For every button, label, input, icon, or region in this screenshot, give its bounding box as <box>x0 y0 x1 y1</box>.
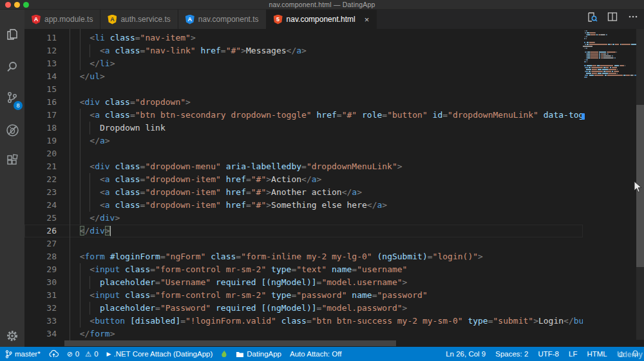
code-line-14[interactable]: 14 </ul> <box>24 70 583 83</box>
editor-pane[interactable]: 10 </li>11 <li class="nav-item">12 <a cl… <box>24 29 644 347</box>
sidebar-item-explorer[interactable] <box>0 24 24 46</box>
line-number: 16 <box>24 96 57 109</box>
line-content: <form #loginForm="ngForm" class="form-in… <box>70 250 583 263</box>
code-line-33[interactable]: 33 <button [disabled]="!loginForm.valid"… <box>24 315 583 328</box>
close-tab-button[interactable]: × <box>365 15 370 24</box>
feedback-button[interactable]: ☺ <box>617 350 625 358</box>
line-content: <input class="form-control mr-sm-2" type… <box>70 263 583 276</box>
line-content: <button [disabled]="!loginForm.valid" cl… <box>70 315 583 328</box>
sidebar-item-extensions[interactable] <box>0 150 24 172</box>
text-cursor <box>110 226 111 236</box>
problems-status[interactable]: ⊘ 0 ⚠ 0 <box>67 350 99 358</box>
debug-icon <box>5 123 20 138</box>
auto-attach-label: Auto Attach: Off <box>290 350 341 358</box>
warning-icon: ⚠ <box>85 351 91 358</box>
split-editor-button[interactable] <box>607 11 618 23</box>
indent-guide <box>70 315 70 328</box>
line-content: </li> <box>70 57 583 70</box>
git-branch-status[interactable]: master* <box>5 350 41 358</box>
line-content: <a class="btn btn-secondary dropdown-tog… <box>70 109 583 122</box>
line-number: 15 <box>24 83 57 96</box>
publish-changes-button[interactable] <box>49 350 59 358</box>
indent-guide <box>80 276 80 289</box>
code-line-29[interactable]: 29 <input class="form-control mr-sm-2" t… <box>24 263 583 276</box>
more-actions-button[interactable] <box>627 11 639 23</box>
vertical-scrollbar-track[interactable] <box>636 29 644 340</box>
indent-guide <box>70 302 70 315</box>
indent-guide <box>70 57 70 70</box>
eol-status[interactable]: LF <box>569 350 577 358</box>
line-number: 23 <box>24 186 57 199</box>
sidebar-item-source-control[interactable]: 8 <box>0 87 24 109</box>
code-line-20[interactable]: 20 <box>24 147 583 160</box>
tab-bar: A app.module.ts A auth.service.ts A nav.… <box>24 10 644 29</box>
code-line-13[interactable]: 13 </li> <box>24 57 583 70</box>
flame-status[interactable] <box>221 350 227 358</box>
line-content: <a class="dropdown-item" href="#">Someth… <box>70 199 583 212</box>
status-bar: master* ⊘ 0 ⚠ 0 ▶ .NET Core Attach (Dati… <box>0 347 644 361</box>
line-content: <div class="dropdown-menu" aria-labelled… <box>70 160 583 173</box>
code-line-28[interactable]: 28 <form #loginForm="ngForm" class="form… <box>24 250 583 263</box>
line-content: </ul> <box>70 70 583 83</box>
code-line-21[interactable]: 21 <div class="dropdown-menu" aria-label… <box>24 160 583 173</box>
tab-nav-component-html[interactable]: 5 nav.component.html × <box>267 10 377 29</box>
html5-icon: 5 <box>274 15 283 24</box>
indent-guide <box>80 109 80 122</box>
line-number: 25 <box>24 212 57 225</box>
debug-launch-status[interactable]: ▶ .NET Core Attach (DatingApp) <box>107 350 213 358</box>
code-line-34[interactable]: 34 </form> <box>24 328 583 340</box>
code-line-18[interactable]: 18 Dropdown link <box>24 122 583 134</box>
sidebar-item-search[interactable] <box>0 56 24 78</box>
open-preview-button[interactable] <box>586 11 598 23</box>
overview-ruler-decoration <box>582 113 585 120</box>
indent-guide <box>70 263 70 276</box>
indentation-status[interactable]: Spaces: 2 <box>495 350 528 358</box>
vertical-scrollbar-thumb[interactable] <box>636 105 644 267</box>
indent-guide <box>80 315 80 328</box>
notifications-button[interactable] <box>632 350 639 358</box>
language-mode-status[interactable]: HTML <box>587 350 607 358</box>
code-line-11[interactable]: 11 <li class="nav-item"> <box>24 32 583 44</box>
project-status[interactable]: DatingApp <box>236 350 281 358</box>
warning-count: 0 <box>94 350 98 358</box>
code-line-17[interactable]: 17 <a class="btn btn-secondary dropdown-… <box>24 109 583 122</box>
indent-guide <box>90 276 90 289</box>
indent-guide <box>70 32 70 44</box>
code-line-15[interactable]: 15 <box>24 83 583 96</box>
auto-attach-status[interactable]: Auto Attach: Off <box>290 350 341 358</box>
encoding-status[interactable]: UTF-8 <box>538 350 559 358</box>
language-label: HTML <box>587 350 607 358</box>
code-line-30[interactable]: 30 placeholder="Username" required [(ngM… <box>24 276 583 289</box>
code-line-32[interactable]: 32 placeholder="Password" required [(ngM… <box>24 302 583 315</box>
code-line-16[interactable]: 16 <div class="dropdown"> <box>24 96 583 109</box>
code-line-19[interactable]: 19 </a> <box>24 134 583 147</box>
code-line-27[interactable]: 27 <box>24 237 583 250</box>
tab-auth-service-ts[interactable]: A auth.service.ts <box>100 10 178 29</box>
extensions-icon <box>5 154 19 168</box>
tab-label: app.module.ts <box>44 15 93 24</box>
folder-icon <box>236 351 244 358</box>
code-line-26[interactable]: 26 </div> <box>24 225 583 237</box>
minimap[interactable] <box>583 29 636 340</box>
tab-nav-component-ts[interactable]: A nav.component.ts <box>178 10 267 29</box>
code-line-31[interactable]: 31 <input class="form-control mr-sm-2" t… <box>24 289 583 302</box>
horizontal-scrollbar-thumb[interactable] <box>64 340 396 346</box>
line-number: 21 <box>24 160 57 173</box>
line-number: 27 <box>24 237 57 250</box>
code-line-25[interactable]: 25 </div> <box>24 212 583 225</box>
code-line-24[interactable]: 24 <a class="dropdown-item" href="#">Som… <box>24 199 583 212</box>
manage-settings-button[interactable] <box>0 325 24 347</box>
line-content: placeholder="Username" required [(ngMode… <box>70 276 583 289</box>
indent-guide <box>80 122 80 134</box>
sidebar-item-debug[interactable] <box>0 119 24 141</box>
tab-app-module-ts[interactable]: A app.module.ts <box>24 10 100 29</box>
indent-guide <box>70 199 70 212</box>
cursor-position-label: Ln 26, Col 9 <box>446 350 486 358</box>
indent-guide <box>90 302 90 315</box>
cursor-position-status[interactable]: Ln 26, Col 9 <box>446 350 486 358</box>
code-line-12[interactable]: 12 <a class="nav-link" href="#">Messages… <box>24 44 583 57</box>
code-line-23[interactable]: 23 <a class="dropdown-item" href="#">Ano… <box>24 186 583 199</box>
indent-guide <box>70 237 70 250</box>
line-content: <input class="form-control mr-sm-2" type… <box>70 289 583 302</box>
code-line-22[interactable]: 22 <a class="dropdown-item" href="#">Act… <box>24 173 583 186</box>
